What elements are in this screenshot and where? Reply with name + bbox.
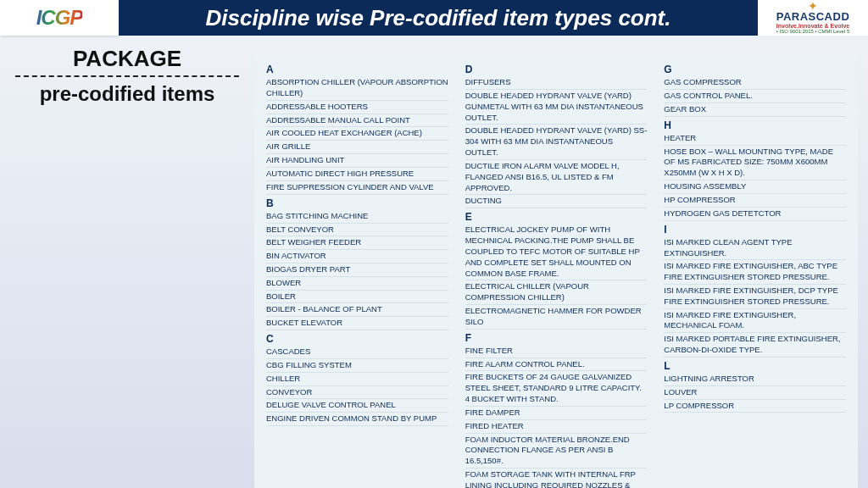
list-item: ISI MARKED FIRE EXTINGUISHER, DCP TYPE F…: [664, 285, 846, 309]
logo-left-text: ICGP: [36, 6, 83, 30]
list-item: DUCTING: [465, 195, 648, 208]
list-item: FIRE BUCKETS OF 24 GAUGE GALVANIZED STEE…: [465, 371, 648, 406]
list-item: CONVEYOR: [266, 386, 448, 400]
section-letter: D: [465, 63, 648, 76]
list-item: DIFFUSERS: [465, 76, 648, 90]
section-letter: L: [664, 359, 846, 373]
list-item: AIR HANDLING UNIT: [266, 154, 448, 168]
list-item: HOSE BOX – WALL MOUNTING TYPE, MADE OF M…: [664, 146, 846, 180]
section-letter: A: [266, 63, 448, 76]
list-item: FOAM STORAGE TANK WITH INTERNAL FRP LINI…: [465, 469, 648, 488]
page-title: Discipline wise Pre-codified item types …: [119, 0, 758, 36]
list-item: LOUVER: [664, 386, 846, 400]
sidebar-subtitle: pre-codified items: [15, 82, 239, 106]
list-item: ADDRESSABLE MANUAL CALL POINT: [266, 114, 448, 128]
list-item: HYDROGEN GAS DETETCTOR: [664, 208, 846, 221]
list-item: DOUBLE HEADED HYDRANT VALVE (YARD) SS-30…: [465, 125, 648, 159]
section-letter: F: [465, 331, 648, 345]
list-item: BIOGAS DRYER PART: [266, 263, 448, 277]
list-item: BIN ACTIVATOR: [266, 250, 448, 263]
logo-right-iso: • ISO 9001:2015 • CMMI Level 5: [776, 29, 850, 34]
list-item: ELECTROMAGNETIC HAMMER FOR POWDER SILO: [465, 305, 648, 330]
list-item: BOILER: [266, 291, 448, 304]
list-item: GEAR BOX: [664, 103, 846, 117]
sidebar-divider: [15, 75, 239, 77]
list-item: CHILLER: [266, 373, 448, 386]
list-item: ENGINE DRIVEN COMMON STAND BY PUMP: [266, 413, 448, 426]
list-item: AIR COOLED HEAT EXCHANGER (ACHE): [266, 127, 448, 141]
list-item: DOUBLE HEADED HYDRANT VALVE (YARD) GUNME…: [465, 90, 648, 125]
logo-right-box: ✦ PARASCADD Involve,Innovate & Evolve • …: [758, 0, 868, 36]
list-item: DUCTILE IRON ALARM VALVE MODEL H, FLANGE…: [465, 160, 648, 195]
list-item: FOAM INDUCTOR MATERIAL BRONZE.END CONNEC…: [465, 434, 648, 469]
content-area: PACKAGE pre-codified items AABSORPTION C…: [0, 36, 868, 488]
list-item: FIRE DAMPER: [465, 407, 648, 420]
items-column: DDIFFUSERSDOUBLE HEADED HYDRANT VALVE (Y…: [465, 61, 648, 488]
list-item: HEATER: [664, 132, 846, 146]
items-column: AABSORPTION CHILLER (VAPOUR ABSORPTION C…: [266, 61, 448, 488]
section-letter: B: [266, 197, 448, 210]
list-item: LP COMPRESSOR: [664, 400, 846, 413]
list-item: BELT WEIGHER FEEDER: [266, 236, 448, 250]
list-item: CASCADES: [266, 346, 448, 359]
section-letter: E: [465, 210, 648, 224]
list-item: ISI MARKED FIRE EXTINGUISHER, MECHANICAL…: [664, 309, 846, 334]
list-item: CBG FILLING SYSTEM: [266, 359, 448, 373]
sidebar-title: PACKAGE: [15, 46, 239, 72]
list-item: ADDRESSABLE HOOTERS: [266, 101, 448, 114]
list-item: ISI MARKED PORTABLE FIRE EXTINGUISHER, C…: [664, 333, 846, 358]
items-column: GGAS COMPRESSORGAS CONTROL PANEL.GEAR BO…: [664, 61, 846, 488]
list-item: AIR GRILLE: [266, 141, 448, 154]
section-letter: I: [664, 223, 846, 236]
list-item: DELUGE VALVE CONTROL PANEL: [266, 399, 448, 413]
list-item: FIRE SUPPRESSION CYLINDER AND VALVE: [266, 181, 448, 195]
star-icon: ✦: [808, 2, 818, 10]
list-item: LIGHTNING ARRESTOR: [664, 373, 846, 386]
list-item: BUCKET ELEVATOR: [266, 317, 448, 330]
list-item: ELECTRICAL CHILLER (VAPOUR COMPRESSION C…: [465, 280, 648, 305]
list-item: ISI MARKED CLEAN AGENT TYPE EXTINGUISHER…: [664, 236, 846, 261]
section-letter: C: [266, 332, 448, 346]
columns-container: AABSORPTION CHILLER (VAPOUR ABSORPTION C…: [266, 61, 846, 488]
section-letter: H: [664, 119, 846, 132]
logo-right-name: PARASCADD: [776, 10, 850, 23]
list-item: ISI MARKED FIRE EXTINGUISHER, ABC TYPE F…: [664, 260, 846, 285]
list-item: ABSORPTION CHILLER (VAPOUR ABSORPTION CH…: [266, 76, 448, 101]
list-item: FIRED HEATER: [465, 420, 648, 434]
list-item: HP COMPRESSOR: [664, 194, 846, 208]
list-item: AUTOMATIC DIRECT HIGH PRESSURE: [266, 168, 448, 181]
list-item: HOUSING ASSEMBLY: [664, 180, 846, 194]
list-item: BLOWER: [266, 277, 448, 291]
logo-left-box: ICGP: [0, 0, 119, 36]
list-item: GAS COMPRESSOR: [664, 76, 846, 90]
header-bar: ICGP Discipline wise Pre-codified item t…: [0, 0, 868, 36]
list-item: GAS CONTROL PANEL.: [664, 90, 846, 103]
logo-right-tagline: Involve,Innovate & Evolve: [776, 23, 849, 29]
list-item: FINE FILTER: [465, 345, 648, 358]
list-item: BOILER - BALANCE OF PLANT: [266, 303, 448, 317]
section-letter: G: [664, 63, 846, 76]
items-panel: AABSORPTION CHILLER (VAPOUR ABSORPTION C…: [254, 53, 858, 488]
list-item: BELT CONVEYOR: [266, 224, 448, 237]
list-item: BAG STITCHING MACHINE: [266, 210, 448, 224]
list-item: ELECTRICAL JOCKEY PUMP OF WITH MECHNICAL…: [465, 224, 648, 280]
sidebar: PACKAGE pre-codified items: [0, 36, 254, 488]
list-item: FIRE ALARM CONTROL PANEL.: [465, 358, 648, 372]
